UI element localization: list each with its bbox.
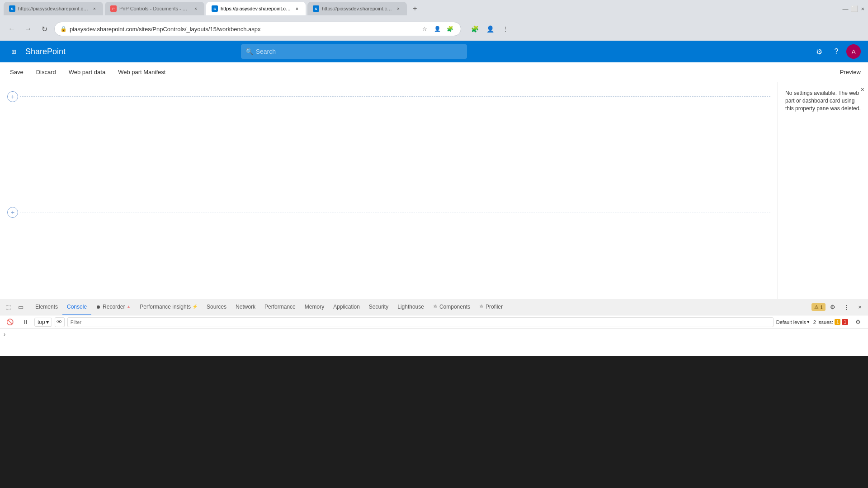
issues-badge: 2 Issues: 1 1 (813, 319, 848, 325)
tab-performance-insights[interactable]: Performance insights ⚡ (135, 299, 202, 315)
workbench-section: Save Discard Web part data Web part Mani… (0, 62, 868, 299)
window-controls: — ⬜ × (842, 5, 864, 12)
tab-elements[interactable]: Elements (31, 299, 62, 315)
tab-security[interactable]: Security (364, 299, 393, 315)
more-button[interactable]: ⋮ (499, 23, 512, 35)
default-levels-chevron: ▾ (807, 319, 810, 325)
webpart-row-2: + (7, 205, 770, 218)
browser-tab-4[interactable]: S https://piasysdev.sharepoint.co... × (307, 2, 407, 15)
web-part-data-button[interactable]: Web part data (66, 67, 108, 77)
tab-performance[interactable]: Performance (260, 299, 300, 315)
console-content: › (0, 329, 868, 356)
forward-button[interactable]: → (22, 23, 34, 35)
tab-favicon-2: P (110, 5, 117, 12)
clear-console-button[interactable]: 🚫 (4, 316, 16, 328)
devtools-more-button[interactable]: ⋮ (840, 301, 853, 314)
tab-close-2[interactable]: × (193, 5, 199, 12)
tab-console[interactable]: Console (62, 299, 91, 315)
chevron-down-icon: ▾ (46, 319, 49, 325)
device-toolbar-button[interactable]: ▭ (14, 301, 27, 314)
tab-close-4[interactable]: × (395, 5, 401, 12)
new-tab-button[interactable]: + (409, 2, 421, 15)
settings-icon[interactable]: ⚙ (812, 44, 826, 59)
profile-button[interactable]: 👤 (484, 23, 496, 35)
user-avatar[interactable]: A (846, 44, 861, 59)
devtools-settings-button[interactable]: ⚙ (826, 301, 839, 314)
extension-icon[interactable]: 🧩 (444, 23, 455, 34)
pause-button[interactable]: ⏸ (19, 316, 32, 328)
tab-performance-label: Performance (264, 304, 296, 310)
property-pane-message: No settings available. The web part or d… (785, 89, 861, 112)
tab-components[interactable]: ⚛ Components (429, 299, 475, 315)
add-webpart-button-2[interactable]: + (7, 207, 18, 218)
inspect-element-button[interactable]: ⬚ (2, 301, 14, 314)
preview-button[interactable]: Preview (840, 69, 861, 75)
below-devtools-area (0, 356, 868, 488)
address-bar[interactable]: 🔒 piasysdev.sharepoint.com/sites/PnpCont… (54, 22, 461, 36)
console-filter-input[interactable] (67, 317, 774, 327)
bookmark-icon[interactable]: ☆ (419, 23, 430, 34)
tab-profiler[interactable]: ⚛ Profiler (475, 299, 507, 315)
tab-components-label: Components (439, 304, 470, 310)
browser-tab-2[interactable]: P PnP Controls - Documents - All ... × (105, 2, 204, 15)
sharepoint-logo: SharePoint (25, 47, 66, 56)
tab-memory-label: Memory (305, 304, 324, 310)
console-prompt-arrow[interactable]: › (4, 331, 5, 338)
property-pane: × No settings available. The web part or… (778, 82, 868, 299)
discard-button[interactable]: Discard (33, 67, 59, 77)
top-context-select[interactable]: top ▾ (34, 318, 52, 327)
tab-lighthouse-label: Lighthouse (397, 304, 424, 310)
tab-sources-label: Sources (207, 304, 226, 310)
tab-close-1[interactable]: × (91, 5, 98, 12)
eye-filter-button[interactable]: 👁 (55, 317, 65, 327)
reload-button[interactable]: ↻ (38, 23, 51, 35)
tab-memory[interactable]: Memory (300, 299, 329, 315)
workbench-canvas: + + × No settings av (0, 82, 868, 299)
window-minimize[interactable]: — ⬜ × (842, 5, 864, 12)
tab-label-4: https://piasysdev.sharepoint.co... (322, 6, 392, 11)
webpart-row-1: + (7, 89, 770, 102)
devtools-close-button[interactable]: × (854, 301, 866, 314)
waffle-icon[interactable]: ⊞ (7, 45, 20, 58)
tab-console-label: Console (67, 304, 87, 310)
property-pane-close[interactable]: × (861, 86, 864, 93)
top-context-label: top (38, 319, 45, 325)
tab-recorder-label: Recorder (103, 304, 125, 310)
devtools-left-icons: ⬚ ▭ (2, 301, 27, 314)
profile-icon[interactable]: 👤 (432, 23, 443, 34)
performance-insights-icon: ⚡ (192, 304, 198, 309)
error-count-badge: 1 (842, 319, 848, 325)
console-settings-button[interactable]: ⚙ (852, 316, 864, 328)
help-icon[interactable]: ? (829, 44, 844, 59)
extensions-button[interactable]: 🧩 (468, 23, 481, 35)
devtools-right-icons: ⚠ 1 ⚙ ⋮ × (811, 301, 866, 314)
back-button[interactable]: ← (5, 23, 18, 35)
tab-application-label: Application (333, 304, 360, 310)
browser-address-bar-row: ← → ↻ 🔒 piasysdev.sharepoint.com/sites/P… (0, 17, 868, 41)
browser-tab-1[interactable]: S https://piasysdev.sharepoint.co... × (4, 2, 103, 15)
tab-lighthouse[interactable]: Lighthouse (393, 299, 429, 315)
devtools-tab-bar: ⬚ ▭ Elements Console ⏺ Recorder ▲ Perfor… (0, 299, 868, 315)
sharepoint-header: ⊞ SharePoint 🔍 Search ⚙ ? A (0, 41, 868, 62)
tab-close-3[interactable]: × (294, 5, 300, 12)
header-icons: ⚙ ? A (812, 44, 861, 59)
tab-label-3: https://piasysdev.sharepoint.co... (221, 6, 291, 11)
tab-recorder[interactable]: ⏺ Recorder ▲ (91, 299, 135, 315)
recorder-icon: ⏺ (96, 304, 101, 310)
add-webpart-button-1[interactable]: + (7, 91, 18, 102)
tab-profiler-label: Profiler (486, 304, 503, 310)
console-right-controls: Default levels ▾ 2 Issues: 1 1 ⚙ (776, 316, 864, 328)
tab-application[interactable]: Application (329, 299, 364, 315)
tab-sources[interactable]: Sources (202, 299, 231, 315)
address-bar-icons: ☆ 👤 🧩 (419, 23, 455, 34)
recorder-badge: ▲ (126, 304, 131, 309)
search-placeholder: Search (256, 48, 276, 55)
save-button[interactable]: Save (7, 67, 26, 77)
sharepoint-search[interactable]: 🔍 Search (241, 44, 467, 59)
web-part-manifest-button[interactable]: Web part Manifest (115, 67, 168, 77)
tab-network[interactable]: Network (231, 299, 260, 315)
default-levels-select[interactable]: Default levels ▾ (776, 319, 810, 325)
tab-label-2: PnP Controls - Documents - All ... (119, 6, 190, 11)
canvas-empty-space (7, 106, 770, 205)
browser-tab-3[interactable]: S https://piasysdev.sharepoint.co... × (206, 2, 306, 15)
